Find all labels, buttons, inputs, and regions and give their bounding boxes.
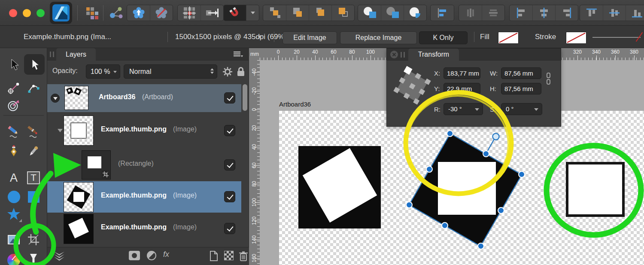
layer-effects-icon[interactable]: fx xyxy=(163,250,169,259)
layer-row-example-thumb-3[interactable]: Example.thumb.png (Image) xyxy=(47,213,241,244)
align-top-icon[interactable] xyxy=(580,5,603,21)
align-bottom-icon[interactable] xyxy=(626,5,644,21)
minimize-window-button[interactable] xyxy=(23,9,31,17)
corner-handle[interactable] xyxy=(447,131,453,137)
lock-icon[interactable] xyxy=(236,66,246,77)
arrow-through-icon[interactable] xyxy=(200,5,223,21)
snapping-dropdown[interactable] xyxy=(246,5,259,21)
align-middle-icon[interactable] xyxy=(603,5,626,21)
delete-layer-trash-icon[interactable] xyxy=(239,251,248,262)
flower-up-icon[interactable] xyxy=(127,5,150,21)
anchor-point-selector[interactable] xyxy=(394,67,430,106)
star-tool[interactable] xyxy=(4,204,23,223)
layer-row-rectangle[interactable]: (Rectangle) xyxy=(47,149,241,181)
point-transform-tool[interactable] xyxy=(4,78,23,97)
k-only-button[interactable]: K Only xyxy=(419,31,468,44)
edge-handle[interactable] xyxy=(483,151,489,157)
edge-handle[interactable] xyxy=(442,222,448,228)
layer-visibility-checkbox[interactable] xyxy=(224,92,235,104)
distribute-vertical-icon[interactable] xyxy=(482,5,504,21)
canvas-area[interactable]: Artboard36 mm 0 20 40 60 80 100 320 340 … xyxy=(249,48,644,265)
layer-visibility-checkbox[interactable] xyxy=(224,191,235,202)
replace-image-button[interactable]: Replace Image xyxy=(340,31,417,44)
h-field[interactable]: 87,56 mm xyxy=(501,83,541,94)
layer-visibility-checkbox[interactable] xyxy=(224,125,235,136)
node-tool[interactable] xyxy=(24,54,45,75)
close-panel-icon[interactable] xyxy=(390,51,398,58)
fill-swatch[interactable] xyxy=(498,32,519,44)
anchor-top-left-selected[interactable] xyxy=(404,66,412,75)
color-wheel[interactable] xyxy=(4,251,23,265)
rotation-dropdown[interactable]: -30 ° xyxy=(444,103,483,115)
flower-slash-icon[interactable] xyxy=(150,5,173,21)
arrange-forward-icon[interactable] xyxy=(309,5,331,21)
edge-handle[interactable] xyxy=(498,207,504,213)
corner-handle[interactable] xyxy=(519,171,525,177)
layer-visibility-checkbox[interactable] xyxy=(224,223,235,234)
w-field[interactable]: 87,56 mm xyxy=(501,67,541,79)
stroke-swatch[interactable] xyxy=(566,32,586,44)
layer-thumbnail[interactable] xyxy=(64,116,94,146)
opacity-dropdown[interactable]: 100 % xyxy=(86,64,120,79)
arrange-back-icon[interactable] xyxy=(263,5,286,21)
shear-dropdown[interactable]: 0 ° xyxy=(501,103,542,115)
ellipse-tool[interactable] xyxy=(4,187,23,206)
mask-layer-icon[interactable] xyxy=(129,251,140,260)
layer-thumbnail[interactable] xyxy=(64,214,94,244)
new-pixel-layer-icon[interactable] xyxy=(224,251,234,260)
panel-menu-icon[interactable] xyxy=(234,51,243,58)
layer-row-example-thumb-1[interactable]: Example.thumb.png (Image) xyxy=(47,113,241,148)
layer-thumbnail[interactable] xyxy=(64,182,94,212)
rectangle-tool[interactable] xyxy=(24,187,43,206)
magnet-snapping-icon[interactable] xyxy=(224,5,246,21)
grid-snap-icon[interactable] xyxy=(178,5,200,21)
place-image-tool[interactable] xyxy=(4,230,23,249)
distribute-horizontal-icon[interactable] xyxy=(459,5,482,21)
stroke-width-slider[interactable] xyxy=(592,37,641,38)
document-info-dropdown[interactable] xyxy=(258,36,262,38)
align-left-icon[interactable] xyxy=(510,5,532,21)
transparency-tool[interactable] xyxy=(24,251,43,265)
blend-mode-dropdown[interactable]: Normal xyxy=(124,64,217,79)
arrange-front-icon[interactable] xyxy=(331,5,354,21)
close-window-button[interactable] xyxy=(9,9,17,17)
boolean-divide-icon[interactable] xyxy=(404,5,426,21)
edge-handle[interactable] xyxy=(426,166,432,172)
layers-stack-icon[interactable] xyxy=(53,251,65,261)
artistic-text-tool[interactable]: A xyxy=(4,168,23,187)
adjustment-layer-icon[interactable] xyxy=(147,251,156,260)
layer-visibility-checkbox[interactable] xyxy=(224,159,235,171)
disclosure-triangle-icon[interactable] xyxy=(58,129,63,132)
boolean-subtract-icon[interactable] xyxy=(381,5,404,21)
color-picker-tool[interactable] xyxy=(24,142,43,161)
edit-image-button[interactable]: Edit Image xyxy=(283,31,337,44)
align-options-icon[interactable] xyxy=(430,5,454,21)
rotation-handle[interactable] xyxy=(493,134,499,140)
corner-handle[interactable] xyxy=(478,243,484,249)
layer-thumbnail[interactable] xyxy=(64,86,88,110)
layer-thumbnail[interactable] xyxy=(82,150,111,180)
panel-grip-icon[interactable] xyxy=(401,52,405,58)
disclosure-triangle-icon[interactable] xyxy=(51,94,60,103)
vector-brush-tool[interactable] xyxy=(24,122,43,141)
x-field[interactable]: 183,77 mm xyxy=(444,67,480,79)
node-link-icon[interactable] xyxy=(106,5,125,21)
new-layer-icon[interactable] xyxy=(210,251,218,261)
contour-tool[interactable] xyxy=(4,96,23,115)
crop-tool[interactable] xyxy=(24,230,43,249)
layers-scrollbar[interactable] xyxy=(243,84,247,111)
tab-transform[interactable]: Transform xyxy=(408,49,459,61)
pencil-tool[interactable] xyxy=(4,122,23,141)
swatch-grid-icon[interactable] xyxy=(82,5,101,21)
frame-text-tool[interactable]: T xyxy=(24,168,43,187)
zoom-window-button[interactable] xyxy=(36,9,45,17)
corner-tool[interactable] xyxy=(24,78,43,97)
tab-layers[interactable]: Layers xyxy=(56,48,96,61)
arrange-backward-icon[interactable] xyxy=(286,5,309,21)
pen-tool[interactable] xyxy=(4,142,23,161)
layer-row-artboard36[interactable]: Artboard36 (Artboard) xyxy=(47,84,241,112)
boolean-add-icon[interactable] xyxy=(358,5,381,21)
panel-grip-icon[interactable] xyxy=(50,52,54,57)
layer-row-example-thumb-2[interactable]: Example.thumb.png (Image) xyxy=(47,181,241,213)
align-right-icon[interactable] xyxy=(555,5,578,21)
